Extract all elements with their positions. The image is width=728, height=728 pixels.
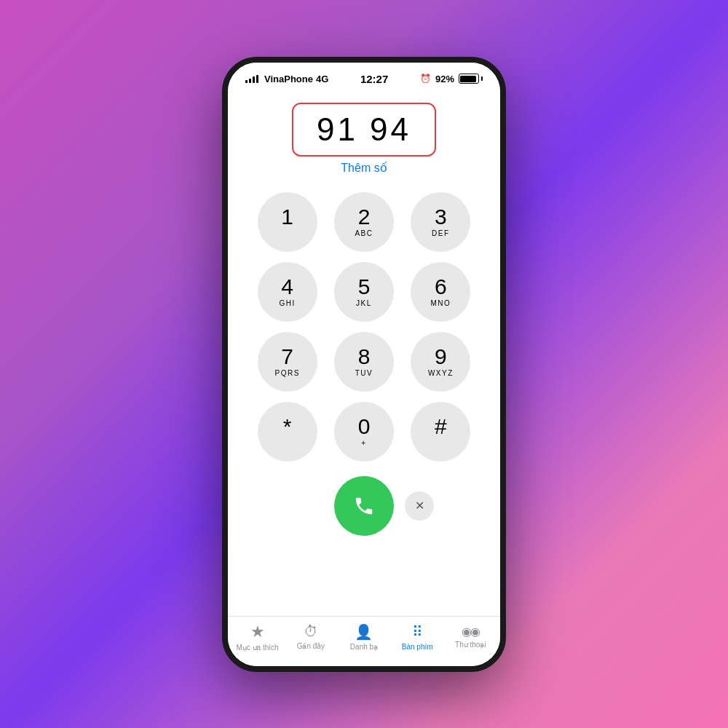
number-display-wrapper: 91 94 — [245, 103, 483, 157]
favorites-icon: ★ — [250, 622, 265, 641]
dial-key-5-sub: JKL — [356, 299, 372, 307]
add-number-button[interactable]: Thêm số — [341, 161, 387, 175]
tab-voicemail[interactable]: ◉◉ Thư thoại — [448, 625, 492, 649]
dial-key-6-sub: MNO — [430, 299, 451, 307]
dial-key-6[interactable]: 6 MNO — [411, 262, 470, 322]
tab-favorites-label: Mục ưa thích — [237, 644, 279, 652]
dial-key-6-main: 6 — [435, 276, 447, 298]
dial-key-star-main: * — [283, 416, 292, 438]
phone-frame: VinaPhone 4G 12:27 ⏰ 92% 91 94 Thêm số 1 — [222, 57, 506, 672]
dial-key-star[interactable]: * — [258, 402, 317, 462]
dial-key-hash-sub — [439, 439, 442, 447]
signal-bars-icon — [245, 75, 258, 83]
carrier-label: VinaPhone — [264, 74, 313, 84]
dial-key-hash[interactable]: # — [411, 402, 470, 462]
dial-key-star-sub — [286, 439, 289, 447]
tab-favorites[interactable]: ★ Mục ưa thích — [236, 622, 280, 652]
dial-key-9-main: 9 — [435, 346, 447, 368]
dial-key-0[interactable]: 0 + — [334, 402, 394, 462]
dial-key-5-main: 5 — [358, 276, 371, 298]
bottom-row: ✕ — [245, 476, 483, 536]
dial-key-2-main: 2 — [358, 206, 371, 228]
dial-key-1-sub — [286, 229, 289, 237]
dialer: 91 94 Thêm số 1 2 ABC 3 DEF 4 GHI — [228, 88, 500, 616]
voicemail-icon: ◉◉ — [462, 625, 479, 638]
time-display: 12:27 — [360, 73, 388, 85]
dial-key-2[interactable]: 2 ABC — [334, 192, 394, 252]
status-left: VinaPhone 4G — [245, 74, 328, 84]
tab-contacts[interactable]: 👤 Danh bạ — [342, 623, 386, 651]
dial-key-4[interactable]: 4 GHI — [258, 262, 317, 322]
dial-key-8-sub: TUV — [355, 369, 373, 377]
call-button[interactable] — [334, 476, 394, 536]
recents-icon: ⏱ — [304, 623, 318, 640]
dial-key-3[interactable]: 3 DEF — [411, 192, 470, 252]
dial-key-8[interactable]: 8 TUV — [334, 332, 394, 392]
tab-keypad[interactable]: ⠿ Bàn phím — [395, 623, 439, 651]
tab-voicemail-label: Thư thoại — [455, 641, 486, 649]
dial-key-3-main: 3 — [435, 206, 447, 228]
contacts-icon: 👤 — [355, 623, 373, 641]
dialpad: 1 2 ABC 3 DEF 4 GHI 5 JKL 6 MNO — [245, 192, 483, 462]
phone-icon — [353, 495, 375, 517]
dial-key-1-main: 1 — [281, 206, 293, 228]
status-bar: VinaPhone 4G 12:27 ⏰ 92% — [228, 63, 500, 88]
battery-percent: 92% — [435, 74, 454, 84]
dial-key-hash-main: # — [435, 416, 447, 438]
dial-key-3-sub: DEF — [432, 229, 450, 237]
dial-key-7-sub: PQRS — [274, 369, 299, 377]
dial-key-7[interactable]: 7 PQRS — [258, 332, 317, 392]
dial-key-4-sub: GHI — [280, 299, 296, 307]
battery-indicator — [459, 74, 483, 84]
dial-key-1[interactable]: 1 — [258, 192, 317, 252]
dial-key-0-main: 0 — [358, 416, 371, 438]
dial-key-9-sub: WXYZ — [428, 369, 454, 377]
dial-key-0-sub: + — [361, 439, 366, 447]
dial-key-8-main: 8 — [358, 346, 371, 368]
dial-key-5[interactable]: 5 JKL — [334, 262, 394, 322]
tab-bar: ★ Mục ưa thích ⏱ Gần đây 👤 Danh bạ ⠿ Bàn… — [228, 616, 500, 666]
delete-button[interactable]: ✕ — [401, 488, 438, 524]
dial-key-7-main: 7 — [281, 346, 293, 368]
dial-key-2-sub: ABC — [355, 229, 373, 237]
number-display: 91 94 — [292, 103, 436, 157]
keypad-icon: ⠿ — [412, 623, 423, 641]
network-label: 4G — [316, 74, 328, 84]
tab-contacts-label: Danh bạ — [350, 643, 378, 651]
delete-icon: ✕ — [405, 491, 434, 521]
tab-keypad-label: Bàn phím — [402, 643, 433, 651]
alarm-icon: ⏰ — [420, 74, 431, 84]
tab-recents-label: Gần đây — [297, 642, 325, 650]
dial-key-9[interactable]: 9 WXYZ — [411, 332, 470, 392]
dial-key-4-main: 4 — [281, 276, 293, 298]
tab-recents[interactable]: ⏱ Gần đây — [289, 623, 333, 650]
status-right: ⏰ 92% — [420, 74, 483, 84]
